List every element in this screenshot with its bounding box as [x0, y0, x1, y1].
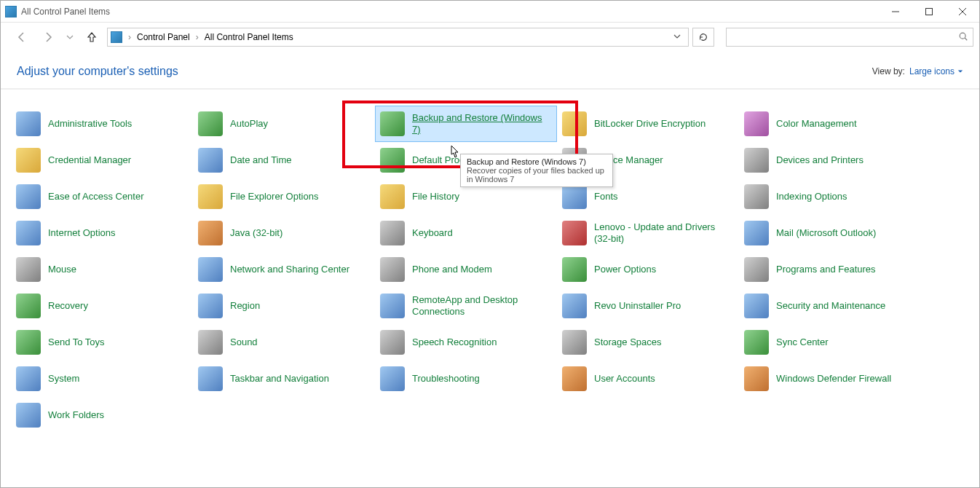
- phone-modem-icon: [380, 257, 405, 282]
- cp-item[interactable]: Taskbar and Navigation: [193, 361, 375, 397]
- cp-item[interactable]: Recovery: [11, 288, 193, 324]
- cp-item[interactable]: Security and Maintenance: [739, 288, 921, 324]
- viewby-dropdown[interactable]: Large icons: [909, 66, 963, 76]
- lenovo-icon: [562, 221, 587, 245]
- refresh-button[interactable]: [692, 28, 714, 47]
- address-dropdown-icon[interactable]: [669, 32, 685, 42]
- cp-item-label: User Accounts: [594, 373, 655, 385]
- backup-restore-icon: [380, 111, 405, 136]
- cp-item[interactable]: Phone and Modem: [375, 251, 557, 288]
- firewall-icon: [744, 366, 769, 391]
- cp-item[interactable]: Windows Defender Firewall: [739, 361, 921, 397]
- breadcrumb-1[interactable]: Control Panel: [137, 32, 190, 42]
- cp-item[interactable]: Administrative Tools: [11, 106, 193, 142]
- cp-item[interactable]: Work Folders: [11, 397, 193, 433]
- address-bar[interactable]: › Control Panel › All Control Panel Item…: [107, 28, 689, 47]
- file-explorer-icon: [198, 184, 223, 209]
- bitlocker-icon: [562, 111, 587, 136]
- autoplay-icon: [198, 111, 223, 136]
- troubleshoot-icon: [380, 366, 405, 391]
- admin-tools-icon: [16, 111, 41, 136]
- cp-item[interactable]: File Explorer Options: [193, 178, 375, 215]
- cp-item-label: Mail (Microsoft Outlook): [776, 227, 876, 239]
- viewby-value-text: Large icons: [909, 66, 955, 76]
- cp-item[interactable]: Lenovo - Update and Drivers (32-bit): [557, 215, 739, 251]
- color-mgmt-icon: [744, 111, 769, 136]
- devices-printers-icon: [744, 148, 769, 173]
- cp-item[interactable]: RemoteApp and Desktop Connections: [375, 288, 557, 324]
- cp-item-label: Date and Time: [230, 154, 292, 166]
- storage-icon: [562, 330, 587, 355]
- cp-item[interactable]: Programs and Features: [739, 251, 921, 288]
- search-box[interactable]: [726, 28, 973, 47]
- cp-item[interactable]: Troubleshooting: [375, 361, 557, 397]
- mail-icon: [744, 221, 769, 245]
- speech-icon: [380, 330, 405, 355]
- forward-button[interactable]: [37, 26, 59, 48]
- cp-item-label: Storage Spaces: [594, 337, 662, 348]
- taskbar-icon: [198, 366, 223, 391]
- page-heading: Adjust your computer's settings: [17, 65, 178, 78]
- address-icon: [111, 31, 122, 43]
- minimize-button[interactable]: [879, 1, 912, 23]
- work-folders-icon: [16, 403, 41, 428]
- cp-item-label: Ease of Access Center: [48, 191, 144, 202]
- cp-item[interactable]: Speech Recognition: [375, 324, 557, 361]
- cp-item[interactable]: Devices and Printers: [739, 142, 921, 178]
- cp-item[interactable]: Power Options: [557, 251, 739, 288]
- cp-item[interactable]: User Accounts: [557, 361, 739, 397]
- close-button[interactable]: [946, 1, 979, 23]
- sync-icon: [744, 330, 769, 355]
- cp-item[interactable]: Color Management: [739, 106, 921, 142]
- cp-item[interactable]: System: [11, 361, 193, 397]
- title-bar: All Control Panel Items: [1, 1, 979, 23]
- cp-item[interactable]: Mail (Microsoft Outlook): [739, 215, 921, 251]
- fonts-icon: [562, 184, 587, 209]
- cp-item[interactable]: Send To Toys: [11, 324, 193, 361]
- cp-item[interactable]: Sync Center: [739, 324, 921, 361]
- cp-item-label: AutoPlay: [230, 118, 268, 130]
- items-area: Administrative ToolsAutoPlayBackup and R…: [1, 90, 979, 487]
- cp-item[interactable]: Indexing Options: [739, 178, 921, 215]
- network-icon: [198, 257, 223, 282]
- maximize-button[interactable]: [912, 1, 946, 23]
- search-icon: [958, 31, 968, 44]
- cp-item-label: Indexing Options: [776, 191, 847, 202]
- cp-item[interactable]: Keyboard: [375, 215, 557, 251]
- settings-header: Adjust your computer's settings View by:…: [1, 52, 979, 90]
- chevron-right-icon: ›: [193, 32, 202, 42]
- back-button[interactable]: [11, 26, 33, 48]
- cp-item-label: Programs and Features: [776, 264, 876, 275]
- cp-item-label: Internet Options: [48, 227, 116, 239]
- cp-item-label: Phone and Modem: [412, 264, 492, 275]
- cp-item[interactable]: Internet Options: [11, 215, 193, 251]
- cp-item[interactable]: Storage Spaces: [557, 324, 739, 361]
- user-accounts-icon: [562, 366, 587, 391]
- datetime-icon: [198, 148, 223, 173]
- cp-item[interactable]: Date and Time: [193, 142, 375, 178]
- cp-item-label: Taskbar and Navigation: [230, 373, 329, 385]
- mouse-icon: [16, 257, 41, 282]
- cp-item[interactable]: BitLocker Drive Encryption: [557, 106, 739, 142]
- up-button[interactable]: [81, 26, 103, 48]
- recent-locations-button[interactable]: [63, 26, 76, 48]
- cp-item[interactable]: Region: [193, 288, 375, 324]
- cp-item-label: Send To Toys: [48, 337, 105, 348]
- breadcrumb-2[interactable]: All Control Panel Items: [205, 32, 293, 42]
- cp-item[interactable]: Java (32-bit): [193, 215, 375, 251]
- system-icon: [16, 366, 41, 391]
- cp-item[interactable]: AutoPlay: [193, 106, 375, 142]
- cp-item[interactable]: Ease of Access Center: [11, 178, 193, 215]
- cp-item-label: Revo Uninstaller Pro: [594, 300, 681, 312]
- cp-item-label: Backup and Restore (Windows 7): [412, 112, 552, 135]
- cp-item[interactable]: Backup and Restore (Windows 7): [375, 106, 557, 142]
- cp-item[interactable]: Credential Manager: [11, 142, 193, 178]
- sound-icon: [198, 330, 223, 355]
- cp-item[interactable]: Network and Sharing Center: [193, 251, 375, 288]
- cp-item-label: System: [48, 373, 79, 385]
- search-input[interactable]: [731, 32, 958, 42]
- cp-item[interactable]: Sound: [193, 324, 375, 361]
- cp-item[interactable]: Revo Uninstaller Pro: [557, 288, 739, 324]
- cp-item[interactable]: Mouse: [11, 251, 193, 288]
- credential-icon: [16, 148, 41, 173]
